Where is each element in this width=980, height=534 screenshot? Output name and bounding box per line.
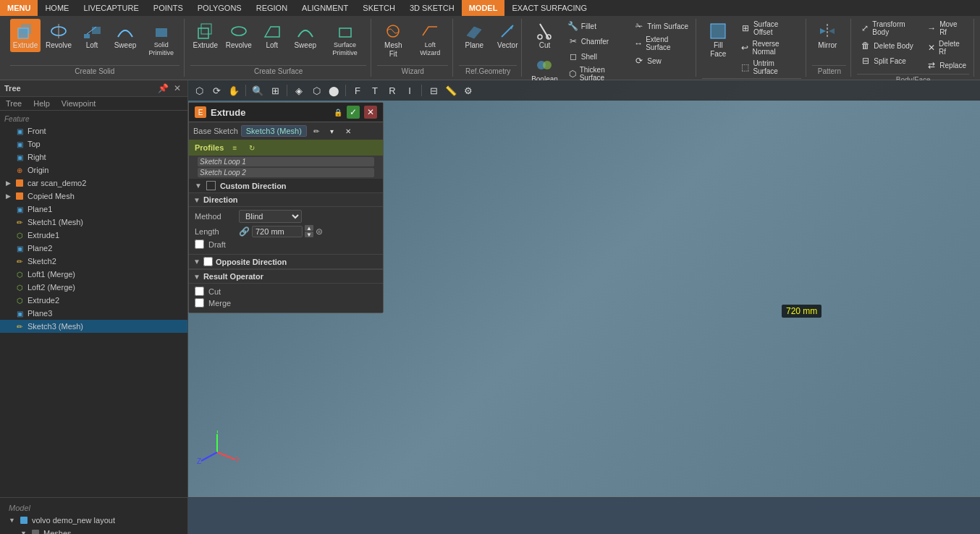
tree-item-top[interactable]: ▣ Top <box>0 137 187 151</box>
custom-direction-checkbox[interactable] <box>206 181 216 190</box>
length-up-button[interactable]: ▲ <box>305 225 313 231</box>
ribbon-btn-loft-wizard[interactable]: Loft Wizard <box>412 19 448 59</box>
sketch-edit-button[interactable]: ✏ <box>310 124 323 137</box>
ribbon-btn-extrude-surface[interactable]: Extrude <box>190 19 221 52</box>
tree-item-plane1[interactable]: ▣ Plane1 <box>0 203 187 216</box>
profiles-reset-button[interactable]: ↻ <box>245 141 258 154</box>
tb-btn-fit[interactable]: ⊞ <box>267 82 283 98</box>
menu-item-livecapture[interactable]: LIVECAPTURE <box>76 0 145 16</box>
tb-btn-points[interactable]: ⬤ <box>326 82 342 98</box>
ribbon-btn-mesh-fit[interactable]: Mesh Fit <box>377 19 409 61</box>
tree-item-front[interactable]: ▣ Front <box>0 124 187 137</box>
menu-item-polygons[interactable]: POLYGONS <box>190 0 249 16</box>
sketch-close-button[interactable]: ✕ <box>342 124 355 137</box>
tree-item-extrude2[interactable]: ⬡ Extrude2 <box>0 294 187 307</box>
ribbon-btn-delete-body[interactable]: 🗑Delete Body <box>857 38 920 53</box>
sketch-loop-1[interactable]: Sketch Loop 1 <box>198 157 374 166</box>
panel-close-button[interactable]: ✕ <box>172 82 183 94</box>
dialog-cancel-button[interactable]: ✕ <box>364 106 377 119</box>
result-operator-header[interactable]: ▼ Result Operator <box>189 269 383 284</box>
tb-btn-measure[interactable]: 📏 <box>443 82 459 98</box>
tree-item-plane2[interactable]: ▣ Plane2 <box>0 242 187 255</box>
ribbon-btn-sweep-surface[interactable]: Sweep <box>290 19 321 52</box>
tree-item-project[interactable]: ▼ volvo demo_new layout <box>4 514 183 527</box>
menu-item-sketch[interactable]: SKETCH <box>355 0 402 16</box>
tree-item-plane3[interactable]: ▣ Plane3 <box>0 307 187 320</box>
merge-checkbox[interactable] <box>195 298 204 308</box>
ribbon-btn-fill-face[interactable]: Fill Face <box>702 19 734 61</box>
tb-btn-view-iso[interactable]: I <box>402 82 418 98</box>
tree-item-sketch2[interactable]: ✏ Sketch2 <box>0 255 187 268</box>
tb-btn-pan[interactable]: ✋ <box>226 82 242 98</box>
tree-item-origin[interactable]: ⊕ Origin <box>0 164 187 177</box>
profiles-options-button[interactable]: ≡ <box>228 141 241 154</box>
tree-item-right[interactable]: ▣ Right <box>0 151 187 164</box>
ribbon-btn-plane[interactable]: Plane <box>459 19 489 52</box>
menu-item-home[interactable]: HOME <box>38 0 76 16</box>
ribbon-btn-sweep-solid[interactable]: Sweep <box>110 19 140 52</box>
ribbon-btn-reverse-normal[interactable]: ↩Reverse Normal <box>737 38 801 57</box>
expand-project[interactable]: ▼ <box>9 517 16 524</box>
tab-viewpoint[interactable]: Viewpoint <box>56 97 102 110</box>
tree-item-sketch1[interactable]: ✏ Sketch1 (Mesh) <box>0 216 187 229</box>
tb-btn-shading[interactable]: ◈ <box>291 82 307 98</box>
ribbon-btn-surface-offset[interactable]: ⊞Surface Offset <box>737 19 801 38</box>
sketch-loop-2[interactable]: Sketch Loop 2 <box>198 168 374 177</box>
menu-item-3dsketch[interactable]: 3D SKETCH <box>402 0 462 16</box>
ribbon-btn-delete-rf[interactable]: ✕Delete Rf <box>923 38 969 57</box>
ribbon-btn-extrude-solid[interactable]: Extrude <box>10 19 41 52</box>
expand-copied-mesh[interactable]: ▶ <box>4 192 12 200</box>
opposite-direction-checkbox[interactable] <box>203 257 213 266</box>
tb-btn-zoom[interactable]: 🔍 <box>250 82 266 98</box>
menu-item-region[interactable]: REGION <box>249 0 295 16</box>
cut-checkbox[interactable] <box>195 287 204 296</box>
menu-item-model[interactable]: MODEL <box>462 0 505 16</box>
dialog-ok-button[interactable]: ✓ <box>347 106 360 119</box>
tab-help[interactable]: Help <box>28 97 56 110</box>
tree-item-loft2[interactable]: ⬡ Loft2 (Merge) <box>0 281 187 294</box>
ribbon-btn-shell[interactable]: ◻Shell <box>565 49 628 64</box>
dialog-header[interactable]: E Extrude 🔒 ✓ ✕ <box>189 103 383 122</box>
expand-car-scan[interactable]: ▶ <box>4 179 12 187</box>
ribbon-btn-vector[interactable]: Vector <box>492 19 523 52</box>
tree-item-loft1[interactable]: ⬡ Loft1 (Merge) <box>0 268 187 281</box>
tab-tree[interactable]: Tree <box>0 97 28 110</box>
ribbon-btn-move-rf[interactable]: →Move Rf <box>923 19 969 38</box>
ribbon-btn-trim-surface[interactable]: ✁Trim Surface <box>630 19 691 33</box>
length-down-button[interactable]: ▼ <box>305 232 313 237</box>
ribbon-btn-extend-surface[interactable]: ↔Extend Surface <box>630 34 691 53</box>
ribbon-btn-fillet[interactable]: 🔧Fillet <box>565 19 628 33</box>
expand-meshes[interactable]: ▼ <box>20 530 28 534</box>
ribbon-btn-solid-primitive[interactable]: Solid Primitive <box>143 19 179 59</box>
ribbon-btn-loft-solid[interactable]: Loft <box>77 19 107 52</box>
ribbon-btn-loft-surface[interactable]: Loft <box>257 19 287 52</box>
opposite-direction-header[interactable]: ▼ Opposite Direction <box>189 254 383 269</box>
menu-item-points[interactable]: POINTS <box>146 0 190 16</box>
tb-btn-view-front[interactable]: F <box>350 82 366 98</box>
ribbon-btn-chamfer[interactable]: ✂Chamfer <box>565 34 628 48</box>
tb-btn-section[interactable]: ⊟ <box>426 82 442 98</box>
viewport[interactable]: Plane1 ⬡ ⟳ ✋ 🔍 ⊞ ◈ ⬡ ⬤ F T R I ⊟ � <box>188 80 980 497</box>
tb-btn-settings[interactable]: ⚙ <box>460 82 476 98</box>
draft-checkbox[interactable] <box>195 240 204 249</box>
tb-btn-rotate[interactable]: ⟳ <box>208 82 224 98</box>
sketch-name-badge[interactable]: Sketch3 (Mesh) <box>241 125 307 137</box>
tb-btn-view-right[interactable]: R <box>384 82 400 98</box>
panel-pin-button[interactable]: 📌 <box>157 82 169 94</box>
ribbon-btn-cut[interactable]: Cut <box>528 19 562 52</box>
tree-item-car-scan[interactable]: ▶ car scan_demo2 <box>0 177 187 190</box>
method-select[interactable]: Blind Symmetric Through All <box>239 210 302 223</box>
tb-btn-view-top[interactable]: T <box>367 82 383 98</box>
tree-item-sketch3[interactable]: ✏ Sketch3 (Mesh) <box>0 320 187 333</box>
ribbon-btn-sew[interactable]: ⟳Sew <box>630 54 691 68</box>
length-input[interactable] <box>252 226 303 237</box>
ribbon-btn-mirror[interactable]: Mirror <box>812 19 842 52</box>
ribbon-btn-untrim-surface[interactable]: ⬚Untrim Surface <box>737 58 801 77</box>
menu-item-alignment[interactable]: ALIGNMENT <box>295 0 355 16</box>
sketch-options-button[interactable]: ▾ <box>326 124 339 137</box>
tb-btn-select[interactable]: ⬡ <box>191 82 207 98</box>
direction-section-header[interactable]: ▼ Direction <box>189 192 383 207</box>
tree-item-meshes[interactable]: ▼ Meshes <box>4 527 183 534</box>
menu-item-exactsurfacing[interactable]: EXACT SURFACING <box>504 0 594 16</box>
ribbon-btn-replace[interactable]: ⇄Replace <box>923 58 969 72</box>
